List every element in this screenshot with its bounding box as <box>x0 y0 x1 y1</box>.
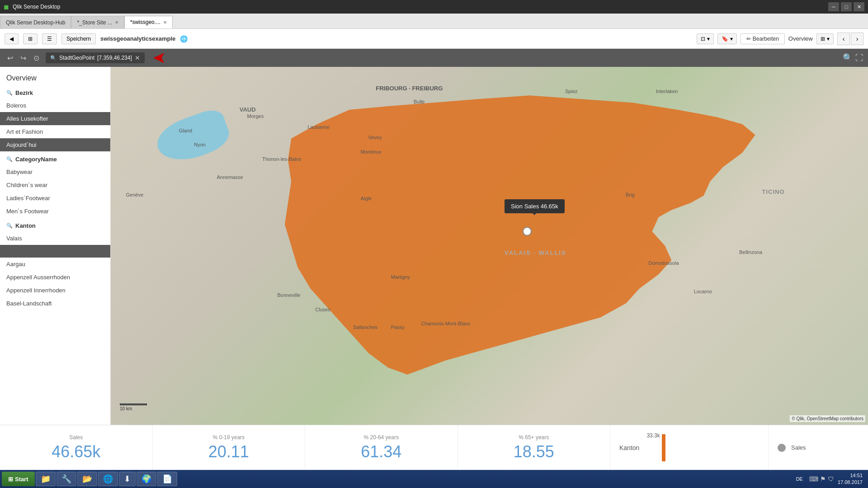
category-item-ladies[interactable]: Ladies´Footwear <box>0 192 110 205</box>
category-section: 🔍 CategoryName Babywear Children´s wear … <box>0 153 110 218</box>
toolbar-right: ⊡ ▾ 🔖 ▾ ✏ Bearbeiten Overview ⊞ ▾ ‹ › <box>697 33 863 45</box>
keyboard-icon: ⌨ <box>809 475 818 483</box>
grid-button[interactable]: ⊞ <box>23 33 38 44</box>
kanton-header[interactable]: 🔍 Kanton <box>0 220 110 232</box>
bezirk-item-alles[interactable]: Alles Lusekofter <box>0 112 110 125</box>
time-display: 14:51 <box>838 472 863 479</box>
taskbar-btn6[interactable]: 🌍 <box>137 472 156 486</box>
label-cluses: Cluses <box>315 307 330 312</box>
kanton-item-valais[interactable]: Valais <box>0 232 110 245</box>
label-martigny: Martigny <box>391 274 410 280</box>
category-item-men[interactable]: Men´s Footwear <box>0 205 110 218</box>
snapshot-icon: ⊡ <box>701 36 705 42</box>
label-montreux: Montreux <box>361 149 382 155</box>
search-bar-right: 🔍 ⛶ <box>843 53 863 63</box>
kanton-item-selected-divider[interactable] <box>0 245 110 258</box>
btn7-icon: 📄 <box>162 474 172 484</box>
label-ticino: TICINO <box>762 188 785 195</box>
nav-arrows: ‹ › <box>837 33 863 45</box>
kanton-item-aargau[interactable]: Aargau <box>0 258 110 271</box>
stat-old-label: % 65+ years <box>519 434 549 441</box>
stat-mid-label: % 20-64 years <box>364 434 399 441</box>
back-button[interactable]: ◀ <box>5 33 19 44</box>
tab-swiss-close[interactable]: ✕ <box>163 20 167 25</box>
bezirk-item-aujourdhui[interactable]: Aujourd´hui <box>0 138 110 151</box>
save-label: Speichern <box>66 36 91 42</box>
close-button[interactable]: ✕ <box>854 2 864 11</box>
kanton-search-icon: 🔍 <box>6 223 13 229</box>
taskbar-btn5[interactable]: ⬇ <box>119 472 136 486</box>
snapshot-button[interactable]: ⊡ ▾ <box>697 33 714 44</box>
label-valais: VALAIS · WALLIS <box>505 249 566 256</box>
chip-close[interactable]: ✕ <box>135 54 140 61</box>
stat-young-label: % 0-19 years <box>212 434 245 441</box>
category-label: CategoryName <box>15 156 57 163</box>
title-bar: ◼ Qlik Sense Desktop ─ □ ✕ <box>0 0 868 14</box>
tab-store-close[interactable]: ✕ <box>115 20 118 25</box>
svg-marker-0 <box>285 95 755 375</box>
bezirk-section: 🔍 Bezirk Boleros Alles Lusekofter Art et… <box>0 87 110 151</box>
category-search-icon: 🔍 <box>6 156 13 162</box>
explorer-icon: 📁 <box>41 474 51 484</box>
label-bonneville: Bonneville <box>278 292 301 298</box>
category-header[interactable]: 🔍 CategoryName <box>0 153 110 165</box>
taskbar-btn4[interactable]: 🌐 <box>98 472 118 486</box>
tab-hub[interactable]: Qlik Sense Desktop-Hub <box>0 16 71 28</box>
label-aigle: Aigle <box>361 196 372 201</box>
taskbar-btn7[interactable]: 📄 <box>157 472 177 486</box>
edit-button[interactable]: ✏ Bearbeiten <box>741 33 785 44</box>
taskbar-btn3[interactable]: 📂 <box>77 472 97 486</box>
tooltip-text: Sion Sales 46.65k <box>511 203 558 210</box>
map-tooltip: Sion Sales 46.65k <box>505 199 565 213</box>
map-background: FRIBOURG · FREIBURG VAUD VALAIS · WALLIS… <box>111 67 868 425</box>
btn3-icon: 📂 <box>82 474 92 484</box>
bookmark-button[interactable]: 🔖 ▾ <box>717 33 737 44</box>
prev-button[interactable]: ‹ <box>837 33 850 45</box>
edit-label: Bearbeiten <box>753 36 779 42</box>
kanton-item-appenzell-a[interactable]: Appenzell Ausserrhoden <box>0 271 110 284</box>
start-button[interactable]: ⊞ Start <box>2 472 35 486</box>
save-button[interactable]: Speichern <box>61 33 96 44</box>
redo-button[interactable]: ↪ <box>18 53 29 63</box>
map-attribution: © Qlik, OpenStreetMap contributors <box>790 415 865 422</box>
app-icon: ◼ <box>4 3 9 10</box>
next-button[interactable]: › <box>851 33 863 45</box>
selection-chip: 🔍 StadtGeoPoint [7.359,46.234] ✕ <box>46 52 145 63</box>
snapshot-arrow: ▾ <box>707 36 710 42</box>
stat-old-value: 18.55 <box>514 442 554 461</box>
category-item-children[interactable]: Children´s wear <box>0 178 110 192</box>
stat-mid-value: 61.34 <box>361 442 401 461</box>
bezirk-item-art[interactable]: Art et Fashion <box>0 125 110 138</box>
label-passy: Passy <box>391 324 405 330</box>
stat-young-value: 20.11 <box>208 442 249 461</box>
bezirk-item-boleros[interactable]: Boleros <box>0 99 110 112</box>
maximize-button[interactable]: □ <box>841 2 852 11</box>
title-bar-controls[interactable]: ─ □ ✕ <box>828 2 864 11</box>
clear-button[interactable]: ⊙ <box>31 53 42 63</box>
page-title: Overview <box>0 71 110 87</box>
taskbar-lang: DE <box>793 476 806 482</box>
kanton-item-appenzell-i[interactable]: Appenzell Innerrhoden <box>0 284 110 297</box>
tab-swiss[interactable]: *swissgeo.... ✕ <box>124 16 173 28</box>
kanton-item-basel[interactable]: Basel-Landschaft <box>0 297 110 310</box>
category-item-babywear[interactable]: Babywear <box>0 165 110 178</box>
menu-button[interactable]: ☰ <box>42 33 57 44</box>
label-spiez: Spiez <box>565 89 578 94</box>
stats-bar: Sales 46.65k % 0-19 years 20.11 % 20-64 … <box>0 425 868 470</box>
selection-controls: ↩ ↪ ⊙ <box>5 53 42 63</box>
expand-icon-button[interactable]: ⛶ <box>855 53 863 63</box>
start-label: Start <box>15 476 28 483</box>
map-container[interactable]: FRIBOURG · FREIBURG VAUD VALAIS · WALLIS… <box>111 67 868 425</box>
search-button[interactable]: 🔍 <box>843 53 853 63</box>
bezirk-header[interactable]: 🔍 Bezirk <box>0 87 110 99</box>
chip-label: StadtGeoPoint <box>59 55 94 61</box>
date-display: 17.08.2017 <box>838 479 863 486</box>
label-fribourg: FRIBOURG · FREIBURG <box>376 85 443 92</box>
toolbar: ◀ ⊞ ☰ Speichern swissgeoanalyticsexample… <box>0 29 868 49</box>
tab-store[interactable]: *_Store Site ... ✕ <box>71 16 124 28</box>
taskbar-btn2[interactable]: 🔧 <box>57 472 76 486</box>
undo-button[interactable]: ↩ <box>5 53 16 63</box>
taskbar-explorer[interactable]: 📁 <box>36 472 56 486</box>
grid-view-button[interactable]: ⊞ ▾ <box>816 33 834 44</box>
minimize-button[interactable]: ─ <box>828 2 839 11</box>
